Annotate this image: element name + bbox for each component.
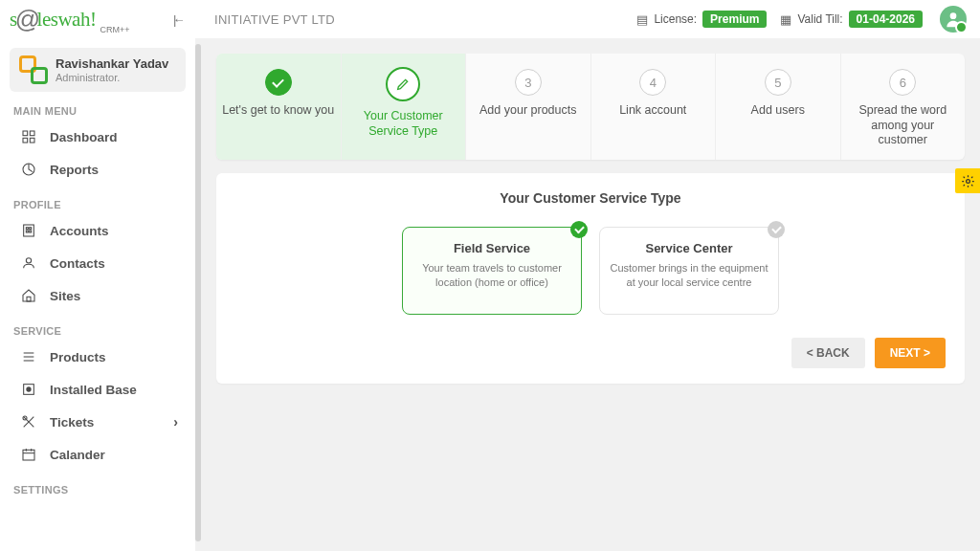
sidebar: s@leswah! CRM++ |← Ravishankar Yadav Adm…	[0, 0, 195, 551]
section-settings: SETTINGS	[13, 484, 195, 496]
check-icon	[265, 69, 292, 96]
nav-label: Calander	[50, 448, 105, 462]
valid-till-badge: 01-04-2026	[849, 11, 923, 28]
step-label: Spread the word among your customer	[847, 103, 960, 148]
option-field-service[interactable]: Field Service Your team travels to custo…	[402, 227, 582, 315]
step-4[interactable]: 4 Link account	[591, 54, 717, 160]
user-role: Administrator.	[56, 72, 168, 83]
profile-avatar[interactable]	[940, 6, 967, 33]
nav-label: Reports	[50, 163, 99, 177]
svg-rect-5	[24, 225, 34, 236]
accounts-icon	[21, 223, 36, 238]
user-name: Ravishankar Yadav	[56, 56, 168, 72]
step-number: 6	[889, 69, 916, 96]
step-number: 3	[515, 69, 542, 96]
collapse-sidebar-icon[interactable]: |←	[173, 12, 182, 27]
main-content: Let's get to know you Your Customer Serv…	[195, 38, 980, 551]
license-icon: ▤	[636, 12, 648, 27]
nav-calander[interactable]: Calander	[0, 438, 195, 471]
step-label: Link account	[619, 103, 686, 119]
onboarding-stepper: Let's get to know you Your Customer Serv…	[216, 54, 965, 160]
logo-subtitle: CRM++	[100, 25, 129, 34]
nav-dashboard[interactable]: Dashboard	[0, 121, 195, 153]
contacts-icon	[21, 255, 36, 271]
svg-rect-1	[30, 131, 34, 136]
check-icon	[768, 221, 785, 238]
option-title: Field Service	[412, 241, 571, 255]
option-group: Field Service Your team travels to custo…	[235, 227, 946, 315]
logo-text: s@leswah!	[10, 7, 96, 32]
step-3[interactable]: 3 Add your products	[466, 54, 591, 160]
section-profile: PROFILE	[13, 199, 195, 210]
step-label: Add your products	[479, 103, 576, 119]
next-button[interactable]: NEXT >	[875, 338, 946, 368]
section-service: SERVICE	[13, 325, 195, 337]
check-icon	[570, 221, 588, 238]
chevron-right-icon: ›	[173, 414, 178, 430]
step-label: Let's get to know you	[222, 103, 334, 119]
svg-point-10	[26, 258, 31, 263]
option-title: Service Center	[610, 241, 768, 255]
svg-point-22	[950, 12, 957, 19]
back-button[interactable]: < BACK	[791, 338, 865, 368]
svg-rect-2	[23, 138, 28, 143]
svg-rect-0	[23, 131, 28, 136]
svg-rect-6	[26, 228, 28, 230]
svg-point-16	[26, 386, 31, 391]
nav-label: Sites	[50, 289, 80, 303]
step-label: Your Customer Service Type	[347, 109, 460, 139]
card-title: Your Customer Service Type	[235, 190, 946, 206]
calendar-icon: ▦	[780, 12, 791, 27]
nav-label: Tickets	[50, 415, 94, 430]
nav-label: Products	[50, 350, 106, 364]
option-desc: Customer brings in the equipment at your…	[610, 261, 768, 290]
tickets-icon	[21, 414, 36, 430]
svg-rect-7	[30, 228, 32, 230]
nav-label: Installed Base	[50, 383, 137, 397]
svg-rect-8	[26, 231, 28, 232]
nav-label: Dashboard	[50, 130, 118, 144]
svg-rect-3	[30, 138, 34, 143]
step-2[interactable]: Your Customer Service Type	[342, 54, 467, 160]
svg-rect-9	[30, 231, 32, 232]
user-card[interactable]: Ravishankar Yadav Administrator.	[10, 48, 186, 92]
section-main-menu: MAIN MENU	[13, 105, 195, 117]
nav-label: Contacts	[50, 256, 105, 271]
nav-installed-base[interactable]: Installed Base	[0, 373, 195, 406]
user-avatar-icon	[19, 55, 48, 84]
step-5[interactable]: 5 Add users	[716, 54, 841, 160]
step-number: 5	[765, 69, 791, 96]
nav-label: Accounts	[50, 224, 109, 238]
option-service-center[interactable]: Service Center Customer brings in the eq…	[599, 227, 779, 315]
sites-icon	[21, 288, 36, 303]
nav-sites[interactable]: Sites	[0, 279, 195, 312]
svg-rect-11	[27, 297, 31, 301]
nav-accounts[interactable]: Accounts	[0, 214, 195, 247]
nav-tickets[interactable]: Tickets ›	[0, 406, 195, 438]
gear-icon	[961, 174, 975, 188]
svg-rect-18	[23, 450, 34, 460]
edit-icon	[386, 67, 420, 101]
license-badge: Premium	[702, 11, 767, 28]
step-6[interactable]: 6 Spread the word among your customer	[841, 54, 966, 160]
app-logo: s@leswah! CRM++ |←	[0, 0, 195, 38]
header: INITIATIVE PVT LTD ▤ License: Premium ▦ …	[195, 0, 980, 38]
card-footer: < BACK NEXT >	[235, 338, 946, 368]
option-desc: Your team travels to customer location (…	[412, 261, 571, 290]
svg-point-23	[966, 179, 969, 183]
service-type-card: Your Customer Service Type Field Service…	[216, 173, 965, 384]
step-label: Add users	[751, 103, 805, 119]
reports-icon	[21, 162, 36, 177]
valid-till-label: Valid Till:	[797, 12, 842, 26]
calendar-icon	[21, 447, 36, 462]
header-right: ▤ License: Premium ▦ Valid Till: 01-04-2…	[636, 6, 967, 33]
nav-contacts[interactable]: Contacts	[0, 247, 195, 279]
dashboard-icon	[21, 129, 36, 144]
settings-gear-tab[interactable]	[955, 168, 980, 193]
step-number: 4	[639, 69, 666, 96]
nav-products[interactable]: Products	[0, 341, 195, 373]
nav-reports[interactable]: Reports	[0, 153, 195, 186]
company-name: INITIATIVE PVT LTD	[214, 12, 335, 27]
installed-base-icon	[21, 382, 36, 397]
step-1[interactable]: Let's get to know you	[216, 54, 342, 160]
